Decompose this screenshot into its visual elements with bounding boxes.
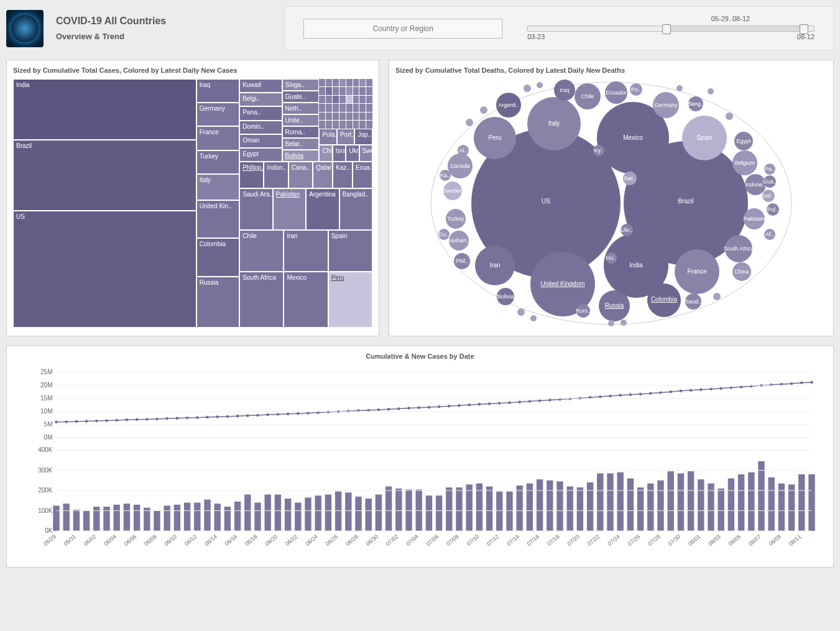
treemap-cell[interactable]: Bolivia — [282, 150, 320, 162]
treemap-cell[interactable]: France — [196, 126, 239, 150]
svg-text:07/16: 07/16 — [526, 533, 541, 547]
treemap-cell[interactable]: Roma.. — [282, 126, 320, 138]
svg-point-108 — [105, 419, 108, 421]
svg-rect-218 — [446, 487, 452, 531]
svg-text:07/30: 07/30 — [667, 533, 681, 547]
svg-text:Gua..: Gua.. — [763, 178, 777, 185]
treemap-cell[interactable]: Turkey — [196, 150, 239, 174]
treemap-cell[interactable]: Domin.. — [239, 121, 282, 134]
svg-rect-197 — [234, 502, 241, 531]
treemap-cell[interactable]: Qatar — [313, 162, 333, 188]
svg-point-169 — [720, 387, 722, 390]
treemap-cell[interactable]: Neth.. — [282, 103, 320, 114]
svg-point-147 — [498, 402, 501, 404]
svg-text:Swi..: Swi.. — [624, 175, 636, 182]
svg-point-159 — [619, 394, 622, 397]
treemap-cell[interactable]: Iran — [284, 230, 328, 272]
svg-text:07/10: 07/10 — [465, 533, 480, 547]
treemap-cell[interactable]: Pakistan — [273, 188, 306, 230]
svg-point-170 — [730, 386, 732, 389]
treemap-cell[interactable]: Unite.. — [282, 114, 320, 126]
svg-text:Rom..: Rom.. — [576, 308, 591, 314]
svg-rect-184 — [103, 507, 109, 531]
svg-text:100K: 100K — [38, 507, 53, 514]
svg-rect-246 — [728, 479, 734, 532]
svg-rect-219 — [456, 487, 462, 531]
filter-bar: 05-29..08-12 03-23 08-12 — [284, 6, 834, 50]
treemap-cell[interactable]: Germany — [196, 103, 239, 126]
treemap-cell[interactable]: Guate.. — [282, 91, 320, 103]
svg-text:07/22: 07/22 — [586, 533, 601, 547]
svg-point-124 — [267, 413, 269, 416]
svg-text:06/22: 06/22 — [284, 533, 299, 547]
treemap-cell[interactable]: Pana.. — [239, 106, 282, 120]
date-range-slider[interactable]: 05-29..08-12 03-23 08-12 — [527, 16, 815, 40]
svg-text:06/12: 06/12 — [183, 533, 198, 547]
treemap-cell[interactable]: Russia — [196, 277, 239, 328]
svg-point-157 — [599, 395, 601, 398]
treemap-cell[interactable]: Chile — [239, 230, 284, 272]
treemap-cell[interactable]: Kuwait — [239, 79, 282, 93]
svg-rect-227 — [537, 479, 543, 531]
svg-point-165 — [680, 390, 682, 392]
svg-text:08/05: 08/05 — [727, 533, 742, 547]
svg-point-98 — [726, 113, 733, 120]
time-chart[interactable]: 0M5M10M15M20M25M 0K100K200K300K400K 05/2… — [13, 366, 827, 559]
treemap-cell[interactable]: US — [13, 211, 196, 328]
treemap-cell[interactable]: Belgi.. — [239, 93, 282, 106]
svg-point-139 — [418, 407, 420, 409]
svg-point-148 — [508, 402, 510, 404]
treemap-cell[interactable]: Philipp.. — [239, 162, 264, 188]
treemap-cell[interactable]: Banglad.. — [339, 188, 372, 230]
treemap-cell[interactable]: Israel — [333, 145, 346, 162]
treemap-cell[interactable]: Swe.. — [359, 145, 372, 162]
svg-rect-203 — [295, 503, 301, 532]
treemap-cell[interactable]: Cana.. — [288, 162, 313, 188]
svg-point-142 — [448, 405, 450, 407]
treemap-cell[interactable]: Italy — [196, 174, 239, 200]
svg-rect-192 — [184, 503, 190, 532]
svg-text:06/18: 06/18 — [244, 533, 259, 547]
svg-point-134 — [367, 409, 370, 412]
treemap-cell[interactable]: Spain — [328, 230, 372, 272]
treemap-cell[interactable]: Brazil — [13, 140, 196, 210]
treemap-cell[interactable]: Argentina — [306, 188, 339, 230]
svg-text:06/28: 06/28 — [344, 533, 359, 547]
treemap-cell[interactable]: Oman — [239, 134, 282, 148]
treemap-cell[interactable]: Ukrai.. — [346, 145, 359, 162]
treemap-cell[interactable]: Saudi Ara.. — [239, 188, 272, 230]
treemap-cell[interactable]: Egypt — [239, 148, 282, 162]
treemap-cell[interactable]: Jap.. — [354, 129, 372, 145]
svg-text:05/29: 05/29 — [42, 533, 57, 547]
treemap-cell[interactable]: Port.. — [337, 129, 355, 145]
svg-rect-247 — [738, 474, 744, 531]
treemap-cell[interactable]: Kaz.. — [333, 162, 353, 188]
svg-text:Chile: Chile — [581, 93, 594, 99]
svg-text:07/20: 07/20 — [566, 533, 581, 547]
treemap-cell[interactable]: Indon.. — [264, 162, 288, 188]
treemap-cell[interactable]: India — [13, 79, 196, 140]
country-select[interactable] — [303, 19, 502, 39]
treemap-cell[interactable]: Pola.. — [319, 129, 337, 145]
treemap-cell[interactable]: Ecua.. — [353, 162, 372, 188]
svg-point-125 — [277, 413, 279, 415]
treemap-cell[interactable]: Belar.. — [282, 138, 320, 150]
svg-text:08/11: 08/11 — [788, 533, 803, 547]
svg-point-154 — [569, 397, 571, 400]
treemap-cell[interactable]: United Kin.. — [196, 200, 239, 239]
svg-rect-194 — [204, 500, 210, 531]
treemap-cell[interactable]: South Africa — [239, 272, 284, 328]
svg-point-164 — [670, 390, 672, 393]
treemap-chart[interactable]: India Brazil US Iraq Germany France Turk… — [13, 79, 372, 328]
svg-rect-237 — [637, 487, 644, 531]
treemap-cell[interactable]: Colombia — [196, 238, 239, 277]
svg-point-100 — [621, 320, 627, 326]
svg-point-112 — [145, 418, 148, 420]
treemap-cell[interactable]: Iraq — [196, 79, 239, 103]
treemap-cell[interactable]: Mexico — [284, 272, 328, 328]
svg-point-94 — [466, 119, 473, 126]
bubble-chart[interactable]: US Brazil Mexico India United Kingdom It… — [395, 79, 827, 328]
treemap-cell[interactable]: Peru — [328, 272, 372, 328]
treemap-cell[interactable]: Singa.. — [282, 79, 320, 91]
treemap-cell[interactable]: China — [319, 145, 332, 162]
